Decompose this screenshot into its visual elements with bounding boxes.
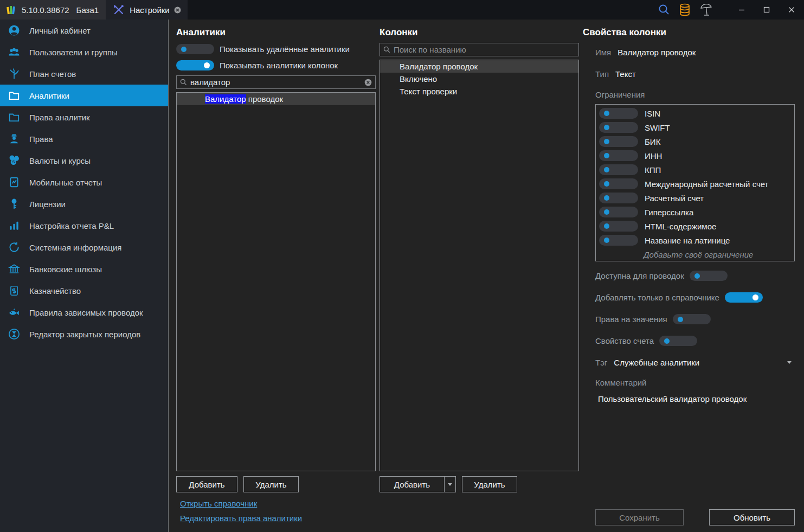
sidebar-item-personal-cabinet[interactable]: Личный кабинет (0, 20, 168, 41)
columns-list-item[interactable]: Текст проверки (380, 85, 578, 98)
tag-select[interactable]: Тэг Служебные аналитики (595, 358, 795, 367)
sidebar-item-bank-gateways[interactable]: Банковские шлюзы (0, 258, 168, 280)
sidebar-item-pl-report-settings[interactable]: Настройка отчета P&L (0, 215, 168, 236)
close-icon[interactable] (779, 0, 804, 20)
analytics-delete-button[interactable]: Удалить (243, 476, 299, 492)
sidebar-item-currencies[interactable]: S Валюты и курсы (0, 150, 168, 171)
toggle-label: Показывать удалённые аналитики (220, 44, 350, 54)
restriction-label: Гиперссылка (645, 208, 693, 217)
sidebar-item-label: Мобильные отчеты (29, 178, 102, 187)
chevron-down-icon (787, 361, 792, 364)
folder-icon (8, 89, 21, 102)
sidebar-item-label: Пользователи и группы (29, 48, 118, 57)
columns-list-item[interactable]: Валидатор проводок (380, 60, 578, 73)
sidebar-item-analytics[interactable]: Аналитики (0, 85, 168, 106)
restriction-row: SWIFT (596, 120, 794, 134)
name-label: Имя (595, 48, 611, 57)
sidebar-item-label: Права аналитик (29, 113, 90, 122)
restriction-html-toggle[interactable] (599, 221, 638, 232)
show-deleted-analytics-row: Показывать удалённые аналитики (176, 44, 350, 54)
sidebar-item-system-info[interactable]: Системная информация (0, 236, 168, 258)
save-button[interactable]: Сохранить (595, 509, 684, 525)
flag-label: Добавлять только в справочнике (595, 293, 719, 302)
add-only-in-reference-row: Добавлять только в справочнике (595, 292, 763, 303)
available-for-transactions-toggle[interactable] (690, 271, 728, 281)
sidebar-item-chart-of-accounts[interactable]: План счетов (0, 63, 168, 85)
treasury-doc-icon (8, 284, 21, 297)
sidebar-item-label: Лицензии (29, 200, 66, 209)
sidebar-item-label: Настройка отчета P&L (29, 221, 114, 230)
sidebar-item-users-groups[interactable]: Пользователи и группы (0, 41, 168, 63)
analytics-list-item[interactable]: Валидатор проводок (177, 93, 375, 105)
chevron-down-icon (448, 483, 452, 486)
value-rights-row: Права на значения (595, 314, 711, 324)
value-rights-toggle[interactable] (673, 314, 711, 324)
columns-add-button[interactable]: Добавить (380, 477, 444, 492)
restriction-row: HTML-содержимое (596, 219, 794, 233)
tag-label: Тэг (595, 358, 607, 367)
column-properties-panel: Свойства колонки Имя Валидатор проводок … (583, 20, 795, 532)
search-match-highlight: Валидатор (205, 94, 246, 104)
add-only-in-reference-toggle[interactable] (725, 292, 763, 303)
show-column-analytics-toggle[interactable] (176, 60, 214, 70)
sidebar-item-label: Аналитики (29, 91, 69, 100)
maximize-icon[interactable] (754, 0, 779, 20)
bar-chart-icon (8, 219, 21, 232)
columns-search-input[interactable] (394, 45, 575, 54)
tree-icon (8, 67, 21, 80)
sidebar-item-dependent-transactions-rules[interactable]: Правила зависимых проводок (0, 302, 168, 323)
clear-search-icon[interactable] (364, 79, 372, 86)
tab-close-icon[interactable] (174, 7, 181, 14)
tab-settings[interactable]: Настройки (106, 0, 188, 20)
app-version: 5.10.0.38672 (22, 5, 69, 15)
restriction-inn-toggle[interactable] (599, 150, 638, 161)
sidebar-item-analytics-rights[interactable]: Права аналитик (0, 106, 168, 128)
comment-value[interactable]: Пользовательский валидатор проводок (598, 394, 747, 403)
restriction-row: ISIN (596, 106, 794, 120)
type-label: Тип (595, 69, 609, 79)
restriction-row: КПП (596, 163, 794, 177)
umbrella-icon[interactable] (699, 3, 713, 17)
refresh-icon (8, 241, 21, 254)
sidebar-item-label: Казначейство (29, 286, 81, 296)
show-deleted-analytics-toggle[interactable] (176, 44, 214, 54)
refresh-button[interactable]: Обновить (709, 509, 795, 525)
restriction-row: БИК (596, 134, 794, 149)
search-icon[interactable] (658, 3, 671, 16)
add-restriction-placeholder[interactable]: Добавьте своё ограничение (596, 247, 794, 261)
sidebar-item-rights[interactable]: Права (0, 128, 168, 150)
minimize-icon[interactable] (729, 0, 754, 20)
sidebar-item-label: Валюты и курсы (29, 156, 91, 165)
restriction-label: SWIFT (645, 123, 670, 132)
sidebar-item-licenses[interactable]: Лицензии (0, 193, 168, 215)
restriction-intl-account-toggle[interactable] (599, 178, 638, 189)
restriction-swift-toggle[interactable] (599, 122, 638, 133)
restriction-isin-toggle[interactable] (599, 108, 638, 119)
sidebar-item-mobile-reports[interactable]: Мобильные отчеты (0, 171, 168, 193)
sidebar-item-closed-periods-editor[interactable]: Редактор закрытых периодов (0, 323, 168, 345)
account-property-toggle[interactable] (659, 336, 697, 346)
sidebar-item-label: Правила зависимых проводок (29, 308, 143, 317)
columns-title: Колонки (380, 27, 418, 38)
magnifier-icon (383, 46, 390, 53)
restriction-hyperlink-toggle[interactable] (599, 207, 638, 217)
restriction-kpp-toggle[interactable] (599, 164, 638, 175)
database-icon[interactable] (679, 3, 691, 16)
edit-analytics-rights-link[interactable]: Редактировать права аналитики (180, 514, 302, 523)
restriction-row: Международный расчетный счет (596, 177, 794, 191)
restriction-row: ИНН (596, 149, 794, 163)
analytics-search-input[interactable] (190, 78, 361, 87)
analytics-add-button[interactable]: Добавить (176, 476, 237, 492)
sidebar-item-label: Редактор закрытых периодов (29, 330, 140, 339)
columns-add-split-button: Добавить (380, 476, 456, 492)
sidebar-item-treasury[interactable]: Казначейство (0, 280, 168, 302)
sidebar-item-label: План счетов (29, 69, 76, 79)
columns-delete-button[interactable]: Удалить (462, 476, 517, 492)
title-bar: 5.10.0.38672 База1 Настройки (0, 0, 804, 20)
columns-list-item[interactable]: Включено (380, 73, 578, 85)
restriction-account-toggle[interactable] (599, 193, 638, 203)
columns-add-dropdown[interactable] (444, 477, 455, 492)
open-reference-link[interactable]: Открыть справочник (180, 499, 257, 508)
restriction-latin-name-toggle[interactable] (599, 235, 638, 246)
restriction-bik-toggle[interactable] (599, 136, 638, 147)
